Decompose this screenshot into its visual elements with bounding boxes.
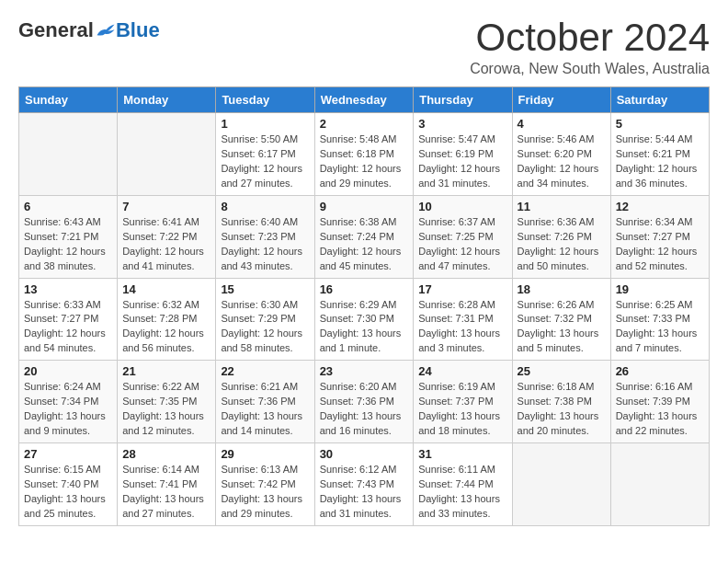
day-number: 15 (221, 282, 309, 296)
day-info: Sunrise: 6:12 AM Sunset: 7:43 PM Dayligh… (320, 463, 409, 522)
calendar-cell: 11Sunrise: 6:36 AM Sunset: 7:26 PM Dayli… (512, 195, 610, 278)
day-number: 7 (122, 200, 210, 213)
day-number: 28 (122, 447, 210, 461)
day-info: Sunrise: 6:25 AM Sunset: 7:33 PM Dayligh… (616, 298, 704, 357)
day-info: Sunrise: 6:37 AM Sunset: 7:25 PM Dayligh… (418, 215, 506, 274)
day-number: 2 (320, 117, 409, 131)
calendar-cell: 20Sunrise: 6:24 AM Sunset: 7:34 PM Dayli… (19, 361, 118, 443)
day-header-sunday: Sunday (19, 87, 118, 113)
calendar-cell: 5Sunrise: 5:44 AM Sunset: 6:21 PM Daylig… (610, 113, 709, 196)
day-info: Sunrise: 6:14 AM Sunset: 7:41 PM Dayligh… (122, 463, 210, 522)
day-info: Sunrise: 5:50 AM Sunset: 6:17 PM Dayligh… (221, 132, 309, 191)
calendar-cell: 28Sunrise: 6:14 AM Sunset: 7:41 PM Dayli… (118, 443, 216, 526)
day-info: Sunrise: 6:41 AM Sunset: 7:22 PM Dayligh… (122, 215, 210, 274)
calendar-cell: 3Sunrise: 5:47 AM Sunset: 6:19 PM Daylig… (414, 113, 512, 196)
day-info: Sunrise: 5:44 AM Sunset: 6:21 PM Dayligh… (616, 132, 704, 191)
day-number: 5 (616, 117, 704, 131)
calendar-cell: 23Sunrise: 6:20 AM Sunset: 7:36 PM Dayli… (314, 361, 414, 443)
day-number: 10 (418, 200, 506, 213)
calendar-week-2: 6Sunrise: 6:43 AM Sunset: 7:21 PM Daylig… (19, 195, 710, 278)
calendar-cell (512, 443, 610, 526)
calendar-week-5: 27Sunrise: 6:15 AM Sunset: 7:40 PM Dayli… (19, 443, 710, 526)
day-info: Sunrise: 6:34 AM Sunset: 7:27 PM Dayligh… (616, 215, 704, 274)
logo-general-text: General (18, 18, 94, 42)
day-header-monday: Monday (118, 87, 216, 113)
calendar-cell: 17Sunrise: 6:28 AM Sunset: 7:31 PM Dayli… (414, 278, 512, 361)
day-info: Sunrise: 6:33 AM Sunset: 7:27 PM Dayligh… (24, 298, 112, 357)
day-number: 19 (616, 282, 704, 296)
calendar-week-3: 13Sunrise: 6:33 AM Sunset: 7:27 PM Dayli… (19, 278, 710, 361)
day-info: Sunrise: 6:20 AM Sunset: 7:36 PM Dayligh… (320, 380, 409, 439)
day-info: Sunrise: 6:40 AM Sunset: 7:23 PM Dayligh… (221, 215, 309, 274)
day-number: 25 (518, 364, 606, 378)
day-number: 1 (221, 117, 309, 131)
calendar-cell: 6Sunrise: 6:43 AM Sunset: 7:21 PM Daylig… (19, 195, 118, 278)
day-info: Sunrise: 5:48 AM Sunset: 6:18 PM Dayligh… (320, 132, 409, 191)
calendar-cell: 26Sunrise: 6:16 AM Sunset: 7:39 PM Dayli… (610, 361, 709, 443)
calendar-cell: 16Sunrise: 6:29 AM Sunset: 7:30 PM Dayli… (314, 278, 414, 361)
calendar-cell: 18Sunrise: 6:26 AM Sunset: 7:32 PM Dayli… (512, 278, 610, 361)
day-number: 11 (518, 200, 606, 213)
day-number: 18 (518, 282, 606, 296)
calendar-cell: 15Sunrise: 6:30 AM Sunset: 7:29 PM Dayli… (216, 278, 314, 361)
calendar-cell: 8Sunrise: 6:40 AM Sunset: 7:23 PM Daylig… (216, 195, 314, 278)
day-number: 29 (221, 447, 309, 461)
calendar-cell: 22Sunrise: 6:21 AM Sunset: 7:36 PM Dayli… (216, 361, 314, 443)
day-number: 12 (616, 200, 704, 213)
calendar-cell: 1Sunrise: 5:50 AM Sunset: 6:17 PM Daylig… (216, 113, 314, 196)
calendar-cell: 7Sunrise: 6:41 AM Sunset: 7:22 PM Daylig… (118, 195, 216, 278)
day-number: 3 (418, 117, 506, 131)
calendar-header-row: SundayMondayTuesdayWednesdayThursdayFrid… (19, 87, 710, 113)
day-header-saturday: Saturday (610, 87, 709, 113)
calendar-cell: 9Sunrise: 6:38 AM Sunset: 7:24 PM Daylig… (314, 195, 414, 278)
day-number: 21 (122, 364, 210, 378)
calendar-cell: 12Sunrise: 6:34 AM Sunset: 7:27 PM Dayli… (610, 195, 709, 278)
calendar-cell: 29Sunrise: 6:13 AM Sunset: 7:42 PM Dayli… (216, 443, 314, 526)
day-info: Sunrise: 5:46 AM Sunset: 6:20 PM Dayligh… (518, 132, 606, 191)
day-info: Sunrise: 6:21 AM Sunset: 7:36 PM Dayligh… (221, 380, 309, 439)
location-subtitle: Corowa, New South Wales, Australia (470, 61, 710, 77)
day-header-wednesday: Wednesday (314, 87, 414, 113)
day-number: 27 (24, 447, 112, 461)
day-number: 17 (418, 282, 506, 296)
day-info: Sunrise: 6:16 AM Sunset: 7:39 PM Dayligh… (616, 380, 704, 439)
logo: General Blue (18, 18, 160, 42)
day-number: 22 (221, 364, 309, 378)
day-number: 31 (418, 447, 506, 461)
day-info: Sunrise: 6:30 AM Sunset: 7:29 PM Dayligh… (221, 298, 309, 357)
day-number: 20 (24, 364, 112, 378)
day-number: 6 (24, 200, 112, 213)
logo-blue-text: Blue (116, 18, 160, 42)
day-number: 24 (418, 364, 506, 378)
calendar-cell: 19Sunrise: 6:25 AM Sunset: 7:33 PM Dayli… (610, 278, 709, 361)
day-number: 14 (122, 282, 210, 296)
calendar-week-1: 1Sunrise: 5:50 AM Sunset: 6:17 PM Daylig… (19, 113, 710, 196)
day-info: Sunrise: 6:19 AM Sunset: 7:37 PM Dayligh… (418, 380, 506, 439)
day-info: Sunrise: 6:22 AM Sunset: 7:35 PM Dayligh… (122, 380, 210, 439)
day-header-friday: Friday (512, 87, 610, 113)
day-info: Sunrise: 6:32 AM Sunset: 7:28 PM Dayligh… (122, 298, 210, 357)
calendar-cell: 27Sunrise: 6:15 AM Sunset: 7:40 PM Dayli… (19, 443, 118, 526)
day-number: 16 (320, 282, 409, 296)
title-block: October 2024 Corowa, New South Wales, Au… (470, 18, 710, 77)
day-info: Sunrise: 6:26 AM Sunset: 7:32 PM Dayligh… (518, 298, 606, 357)
day-info: Sunrise: 6:43 AM Sunset: 7:21 PM Dayligh… (24, 215, 112, 274)
day-info: Sunrise: 6:13 AM Sunset: 7:42 PM Dayligh… (221, 463, 309, 522)
day-number: 23 (320, 364, 409, 378)
calendar-cell (19, 113, 118, 196)
logo-bird-icon (96, 22, 116, 39)
calendar-cell: 21Sunrise: 6:22 AM Sunset: 7:35 PM Dayli… (118, 361, 216, 443)
day-number: 4 (518, 117, 606, 131)
day-info: Sunrise: 6:24 AM Sunset: 7:34 PM Dayligh… (24, 380, 112, 439)
day-info: Sunrise: 5:47 AM Sunset: 6:19 PM Dayligh… (418, 132, 506, 191)
day-number: 30 (320, 447, 409, 461)
calendar-table: SundayMondayTuesdayWednesdayThursdayFrid… (18, 86, 710, 526)
day-number: 13 (24, 282, 112, 296)
calendar-cell: 30Sunrise: 6:12 AM Sunset: 7:43 PM Dayli… (314, 443, 414, 526)
day-header-thursday: Thursday (414, 87, 512, 113)
day-number: 26 (616, 364, 704, 378)
page-header: General Blue October 2024 Corowa, New So… (18, 18, 710, 77)
day-info: Sunrise: 6:18 AM Sunset: 7:38 PM Dayligh… (518, 380, 606, 439)
day-info: Sunrise: 6:29 AM Sunset: 7:30 PM Dayligh… (320, 298, 409, 357)
calendar-cell: 25Sunrise: 6:18 AM Sunset: 7:38 PM Dayli… (512, 361, 610, 443)
